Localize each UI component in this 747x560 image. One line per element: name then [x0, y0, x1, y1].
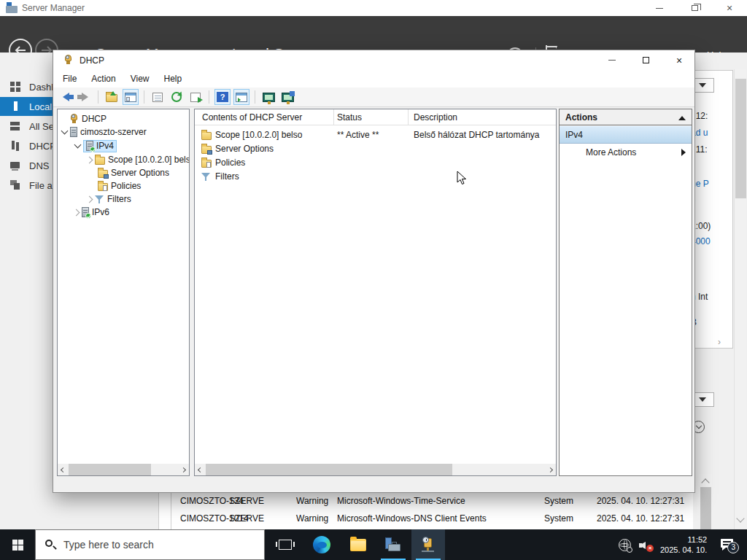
- toolbar-forward-button[interactable]: [77, 89, 93, 105]
- tree-item-ipv4[interactable]: IPv4: [75, 139, 117, 152]
- dhcp-console-tree: DHCP cimoszto-szerver IPv4 Scope [10.0.2…: [57, 109, 190, 476]
- server-manager-navbar: Server Manager Local Server 2 Manage Too…: [0, 16, 747, 52]
- dhcp-window-title: DHCP: [80, 55, 104, 66]
- dhcp-actions-pane: Actions IPv4 More Actions: [559, 109, 692, 476]
- server-manager-titlebar: Server Manager ×: [0, 0, 747, 16]
- taskbar-edge-button[interactable]: [305, 529, 338, 560]
- tree-item-scope[interactable]: Scope [10.0.2.0] bels: [88, 153, 190, 166]
- dns-role-icon: [10, 160, 20, 171]
- toolbar-add-server-button[interactable]: [260, 89, 276, 105]
- list-horizontal-scrollbar[interactable]: [195, 464, 556, 475]
- edge-icon: [313, 536, 330, 553]
- taskbar-dhcp-button[interactable]: [411, 529, 445, 560]
- dhcp-maximize-button[interactable]: [630, 50, 661, 70]
- list-row-scope[interactable]: Scope [10.0.2.0] belso ** Active ** Bels…: [195, 128, 556, 142]
- tree-item-server[interactable]: cimoszto-szerver: [62, 125, 147, 139]
- tree-item-ipv6[interactable]: IPv6: [75, 206, 109, 219]
- dhcp-minimize-button[interactable]: [597, 50, 627, 70]
- col-contents[interactable]: Contents of DHCP Server: [202, 112, 302, 122]
- menu-help[interactable]: Help: [157, 70, 190, 88]
- tree-item-server-options[interactable]: Server Options: [88, 166, 169, 179]
- taskbar-clock[interactable]: 11:52 2025. 04. 10.: [660, 534, 707, 555]
- scroll-right-button[interactable]: [178, 464, 189, 475]
- dhcp-window-icon: [63, 55, 73, 65]
- col-status[interactable]: Status: [337, 112, 362, 122]
- collapsed-chevron-icon[interactable]: [86, 195, 93, 203]
- server-manager-icon: [385, 537, 401, 552]
- menu-file[interactable]: File: [53, 70, 84, 88]
- menu-view[interactable]: View: [123, 70, 157, 88]
- expanded-chevron-icon[interactable]: [74, 141, 82, 148]
- scroll-left-button[interactable]: [58, 464, 69, 475]
- toolbar-properties-button[interactable]: [150, 89, 166, 105]
- tree-item-policies[interactable]: Policies: [88, 179, 141, 192]
- taskbar-server-manager-button[interactable]: [376, 529, 410, 560]
- toolbar-back-button[interactable]: [58, 89, 74, 105]
- network-status-icon[interactable]: [619, 539, 631, 551]
- dhcp-root-icon: [69, 114, 79, 124]
- menu-action[interactable]: Action: [84, 70, 123, 88]
- dhcp-list-pane: Contents of DHCP Server Status Descripti…: [194, 109, 557, 476]
- policies-icon: [98, 183, 108, 191]
- tree-item-filters[interactable]: Filters: [88, 192, 131, 206]
- server-icon: [70, 127, 77, 137]
- taskbar-explorer-button[interactable]: [341, 529, 375, 560]
- collapsed-chevron-icon[interactable]: [73, 209, 80, 216]
- list-row-server-options[interactable]: Server Options: [195, 142, 556, 156]
- filters-funnel-icon: [95, 195, 104, 203]
- toolbar-show-console-tree-button[interactable]: [123, 89, 139, 105]
- dhcp-menubar: File Action View Help: [53, 70, 694, 88]
- toolbar-action-pane-toggle-button[interactable]: [233, 89, 249, 105]
- windows-logo-icon: [12, 540, 23, 551]
- tree-item-dhcp-root[interactable]: DHCP: [69, 112, 107, 125]
- more-actions-item[interactable]: More Actions: [560, 144, 692, 161]
- event-row[interactable]: CIMOSZTO-SZERVE 134 Warning Microsoft-Wi…: [159, 493, 694, 510]
- task-view-button[interactable]: [268, 529, 302, 560]
- toolbar-manage-servers-button[interactable]: [279, 89, 295, 105]
- collapse-section-icon[interactable]: [678, 116, 686, 120]
- list-row-policies[interactable]: Policies: [195, 156, 556, 170]
- dhcp-taskbar-icon: [420, 537, 436, 553]
- clock-time: 11:52: [660, 534, 707, 545]
- sm-restore-button[interactable]: [680, 0, 709, 16]
- start-button[interactable]: [0, 529, 35, 560]
- col-description[interactable]: Description: [414, 112, 457, 122]
- sm-minimize-button[interactable]: [645, 0, 674, 16]
- dhcp-close-button[interactable]: ×: [664, 50, 694, 70]
- all-servers-icon: [10, 121, 20, 131]
- dashboard-icon: [10, 82, 20, 92]
- tree-horizontal-scrollbar[interactable]: [58, 464, 189, 475]
- server-manager-title: Server Manager: [22, 3, 85, 13]
- bg-scroll-next-icon[interactable]: ›: [718, 337, 721, 347]
- collapsed-chevron-icon[interactable]: [86, 156, 93, 163]
- system-tray: × 11:52 2025. 04. 10. 3: [619, 529, 734, 560]
- tree-selection-highlight: IPv4: [83, 140, 117, 152]
- action-center-button[interactable]: 3: [721, 539, 734, 551]
- scroll-left-button[interactable]: [195, 464, 206, 475]
- toolbar-refresh-button[interactable]: [169, 89, 185, 105]
- sm-close-button[interactable]: ×: [715, 0, 744, 16]
- more-actions-arrow-icon: [681, 149, 686, 156]
- toolbar-up-level-button[interactable]: [104, 89, 120, 105]
- dhcp-window: DHCP × File Action View Help ? DHCP: [53, 50, 695, 493]
- scroll-right-button[interactable]: [545, 464, 556, 475]
- filters-funnel-icon: [201, 172, 211, 181]
- scope-folder-icon: [95, 157, 105, 165]
- actions-section-ipv4[interactable]: IPv4: [560, 126, 692, 144]
- toolbar-export-list-button[interactable]: [187, 89, 204, 105]
- main-vertical-scrollbar[interactable]: [734, 69, 746, 529]
- dhcp-titlebar[interactable]: DHCP ×: [53, 50, 694, 70]
- volume-muted-icon[interactable]: ×: [639, 539, 652, 551]
- clock-date: 2025. 04. 10.: [660, 545, 707, 555]
- list-row-filters[interactable]: Filters: [195, 170, 556, 184]
- taskbar-search-input[interactable]: Type here to search: [35, 529, 265, 560]
- events-vertical-scrollbar[interactable]: [700, 474, 712, 529]
- server-options-icon: [98, 170, 108, 178]
- expanded-chevron-icon[interactable]: [61, 127, 69, 134]
- local-server-icon: [10, 101, 20, 112]
- toolbar-help-button[interactable]: ?: [214, 89, 231, 105]
- dhcp-role-icon: [10, 141, 20, 151]
- mouse-cursor: [457, 171, 467, 189]
- event-row[interactable]: CIMOSZTO-SZERVE 1014 Warning Microsoft-W…: [159, 510, 694, 528]
- scope-folder-icon: [201, 132, 212, 140]
